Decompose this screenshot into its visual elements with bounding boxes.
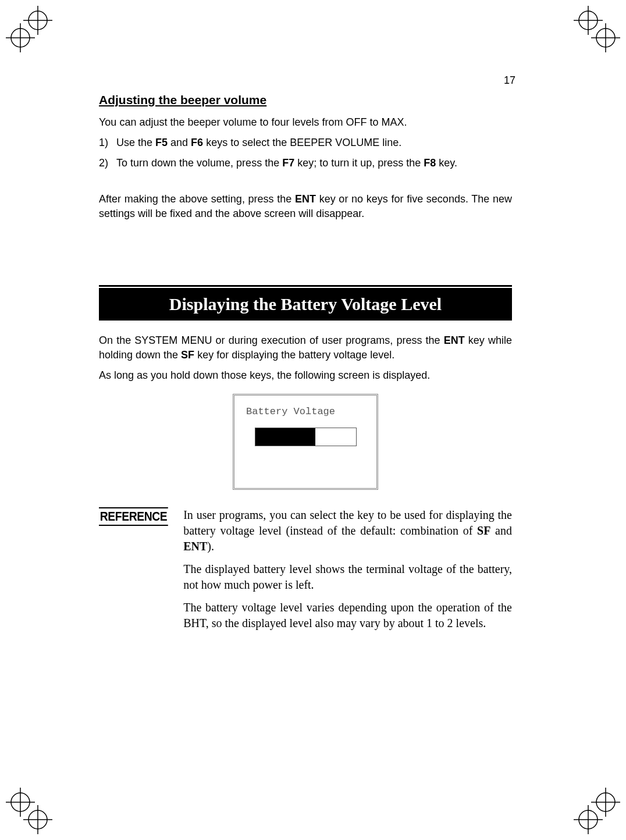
step-number: 2) [99, 156, 116, 170]
reference-label: REFERENCE [99, 507, 168, 526]
step-1: 1) Use the F5 and F6 keys to select the … [99, 136, 512, 150]
reference-block: REFERENCE In user programs, you can sele… [99, 507, 512, 638]
cropmark-bottom-left [6, 788, 52, 834]
page-content: Adjusting the beeper volume You can adju… [99, 93, 512, 638]
section-banner-voltage: Displaying the Battery Voltage Level [99, 288, 512, 321]
key-label: F5 [155, 137, 168, 148]
beeper-intro: You can adjust the beeper volume to four… [99, 115, 512, 130]
beeper-after-paragraph: After making the above setting, press th… [99, 192, 512, 221]
text-fragment: and [168, 137, 191, 148]
battery-voltage-label: Battery Voltage [243, 406, 368, 417]
text-fragment: In user programs, you can select the key… [183, 508, 512, 537]
key-label: ENT [444, 334, 465, 346]
voltage-paragraph-1: On the SYSTEM MENU or during execution o… [99, 333, 512, 362]
key-label: F6 [191, 137, 203, 148]
key-label: F8 [424, 157, 436, 169]
key-label: F7 [282, 157, 294, 169]
text-fragment: ). [207, 540, 214, 553]
step-2: 2) To turn down the volume, press the F7… [99, 156, 512, 170]
reference-p2: The displayed battery level shows the te… [183, 561, 512, 593]
text-fragment: To turn down the volume, press the [116, 157, 282, 169]
key-label: SF [181, 349, 194, 361]
cropmark-top-right [574, 6, 620, 52]
text-fragment: key. [436, 157, 457, 169]
text-fragment: key; to turn it up, press the [294, 157, 424, 169]
battery-meter [255, 428, 357, 446]
text-fragment: Use the [116, 137, 155, 148]
reference-p3: The battery voltage level varies dependi… [183, 600, 512, 631]
key-label: SF [477, 524, 490, 537]
step-number: 1) [99, 136, 116, 150]
voltage-paragraph-2: As long as you hold down those keys, the… [99, 368, 512, 383]
battery-voltage-screen: Battery Voltage [233, 394, 378, 490]
reference-body: In user programs, you can select the key… [183, 507, 512, 638]
section-heading-beeper: Adjusting the beeper volume [99, 93, 512, 107]
battery-meter-fill [255, 428, 316, 446]
reference-p1: In user programs, you can select the key… [183, 507, 512, 554]
key-label: ENT [295, 193, 316, 205]
text-fragment: key for displaying the battery voltage l… [194, 349, 394, 361]
page-number: 17 [504, 74, 515, 87]
text-fragment: On the SYSTEM MENU or during execution o… [99, 334, 444, 346]
text-fragment: keys to select the BEEPER VOLUME line. [203, 137, 401, 148]
text-fragment: After making the above setting, press th… [99, 193, 295, 205]
text-fragment: and [490, 524, 512, 537]
cropmark-bottom-right [574, 788, 620, 834]
step-text: To turn down the volume, press the F7 ke… [116, 156, 512, 170]
step-text: Use the F5 and F6 keys to select the BEE… [116, 136, 512, 150]
cropmark-top-left [6, 6, 52, 52]
key-label: ENT [183, 540, 207, 553]
